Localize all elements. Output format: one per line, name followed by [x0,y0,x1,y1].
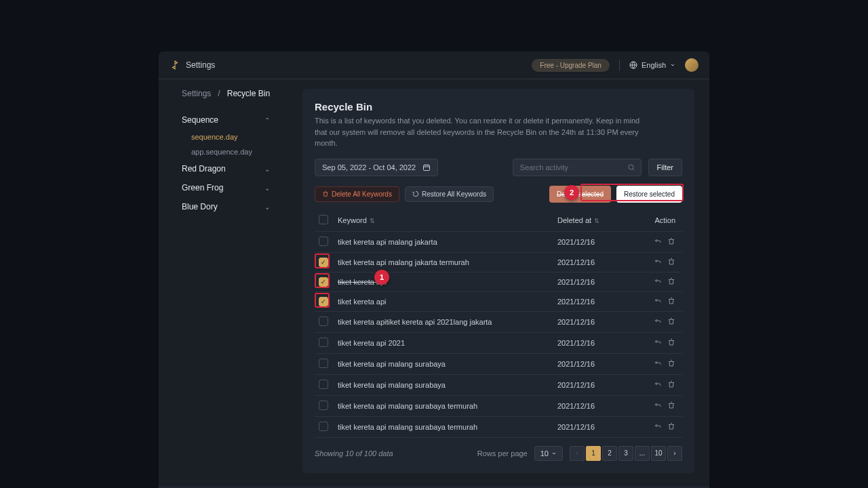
date-cell: 2021/12/16 [553,332,635,353]
row-checkbox[interactable]: ✓ [319,258,328,267]
delete-selected-button[interactable]: Delete selected [549,186,611,203]
row-delete-button[interactable] [667,338,675,346]
search-input[interactable] [519,163,627,172]
date-range-label: Sep 05, 2022 - Oct 04, 2022 [322,163,416,171]
row-delete-button[interactable] [667,317,675,325]
row-delete-button[interactable] [667,359,675,367]
row-restore-button[interactable] [654,317,662,325]
row-delete-button[interactable] [667,380,675,388]
keyword-cell: tiket kereta api1 [334,272,553,291]
date-cell: 2021/12/16 [553,374,635,395]
date-cell: 2021/12/16 [553,231,635,252]
avatar[interactable] [685,58,698,72]
restore-icon [412,190,419,197]
main-panel: Recycle Bin This is a list of keywords t… [302,89,694,473]
row-checkbox[interactable]: ✓ [319,277,328,287]
row-restore-button[interactable] [654,359,662,367]
table-row: tiket kereta api malang surabaya termura… [315,395,682,416]
svg-point-2 [629,165,633,169]
restore-all-button[interactable]: Restore All Keywords [405,186,494,202]
page-10[interactable]: 10 [651,446,666,461]
row-checkbox[interactable] [319,317,328,326]
row-checkbox[interactable] [319,359,328,368]
table-row: ✓tiket kereta api2021/12/16 [315,291,682,311]
row-restore-button[interactable] [654,422,662,430]
page-2[interactable]: 2 [602,446,617,461]
sidebar-subitem[interactable]: sequence.day [164,129,288,144]
pagination: ‹123...10› [570,446,682,461]
rows-per-page-select[interactable]: 10 [534,446,563,461]
filter-button[interactable]: Filter [648,159,682,176]
keywords-table: Keyword⇅ Deleted at⇅ Action tiket kereta… [315,209,682,438]
keyword-cell: tiket kereta apitiket kereta api 2021lan… [334,311,553,332]
date-cell: 2021/12/16 [553,311,635,332]
keyword-cell: tiket kereta api 2021 [334,332,553,353]
row-restore-button[interactable] [654,380,662,388]
page-prev[interactable]: ‹ [570,446,585,461]
trash-icon [322,190,329,197]
callout-badge-2: 2 [564,185,579,200]
date-cell: 2021/12/16 [553,353,635,374]
row-restore-button[interactable] [654,297,662,305]
search-input-wrap [513,159,642,176]
col-deleted-at[interactable]: Deleted at⇅ [553,209,635,232]
row-checkbox[interactable] [319,380,328,389]
restore-selected-button[interactable]: Restore selected [616,186,682,203]
row-checkbox[interactable] [319,237,328,246]
table-row: ✓tiket kereta api12021/12/16 [315,272,682,291]
page-3[interactable]: 3 [618,446,633,461]
sidebar-group-sequence[interactable]: Sequence⌃ [164,110,288,129]
row-checkbox[interactable] [319,338,328,347]
page-...[interactable]: ... [635,446,650,461]
row-delete-button[interactable] [667,237,675,245]
keyword-cell: tiket kereta api malang surabaya [334,353,553,374]
row-restore-button[interactable] [654,277,662,285]
upgrade-plan-button[interactable]: Free - Upgrade Plan [532,59,610,72]
row-checkbox[interactable] [319,401,328,410]
row-restore-button[interactable] [654,401,662,409]
chevron-down-icon [551,451,557,456]
date-cell: 2021/12/16 [553,416,635,437]
row-checkbox[interactable] [319,422,328,431]
select-all-checkbox[interactable] [319,215,328,224]
page-1[interactable]: 1 [586,446,601,461]
delete-all-button[interactable]: Delete All Keywords [315,186,399,202]
row-checkbox[interactable]: ✓ [319,297,328,306]
sidebar-group-red-dragon[interactable]: Red Dragon⌄ [164,159,288,178]
table-row: tiket kereta api malang surabaya2021/12/… [315,374,682,395]
row-restore-button[interactable] [654,237,662,245]
row-delete-button[interactable] [667,258,675,266]
keyword-cell: tiket kereta api malang surabaya [334,374,553,395]
table-row: tiket kereta api malang surabaya2021/12/… [315,353,682,374]
row-delete-button[interactable] [667,422,675,430]
row-restore-button[interactable] [654,258,662,266]
keyword-cell: tiket kereta api [334,291,553,311]
col-keyword[interactable]: Keyword⇅ [334,209,553,232]
keyword-cell: tiket kereta api malang jakarta [334,231,553,252]
row-delete-button[interactable] [667,297,675,305]
sidebar-group-green-frog[interactable]: Green Frog⌄ [164,178,288,197]
sidebar-subitem[interactable]: app.sequence.day [164,144,288,159]
keyword-cell: tiket kereta api malang surabaya termura… [334,416,553,437]
sidebar-group-blue-dory[interactable]: Blue Dory⌄ [164,197,288,216]
table-row: tiket kereta api malang jakarta2021/12/1… [315,231,682,252]
language-selector[interactable]: English [629,61,675,69]
date-range-picker[interactable]: Sep 05, 2022 - Oct 04, 2022 [315,159,438,176]
sidebar: Settings / Recycle Bin Sequence⌃sequence… [159,79,288,487]
topbar: Settings Free - Upgrade Plan English [159,52,709,79]
row-delete-button[interactable] [667,401,675,409]
date-cell: 2021/12/16 [553,272,635,291]
breadcrumb-root[interactable]: Settings [182,89,211,98]
date-cell: 2021/12/16 [553,395,635,416]
search-icon [627,163,635,171]
topbar-title: Settings [186,60,215,70]
row-restore-button[interactable] [654,338,662,346]
col-action: Action [635,209,682,232]
row-delete-button[interactable] [667,277,675,285]
sort-icon: ⇅ [370,218,375,224]
sort-icon: ⇅ [594,218,599,224]
date-cell: 2021/12/16 [553,252,635,272]
page-title: Recycle Bin [315,101,682,113]
table-row: ✓tiket kereta api malang jakarta termura… [315,252,682,272]
page-next[interactable]: › [667,446,682,461]
